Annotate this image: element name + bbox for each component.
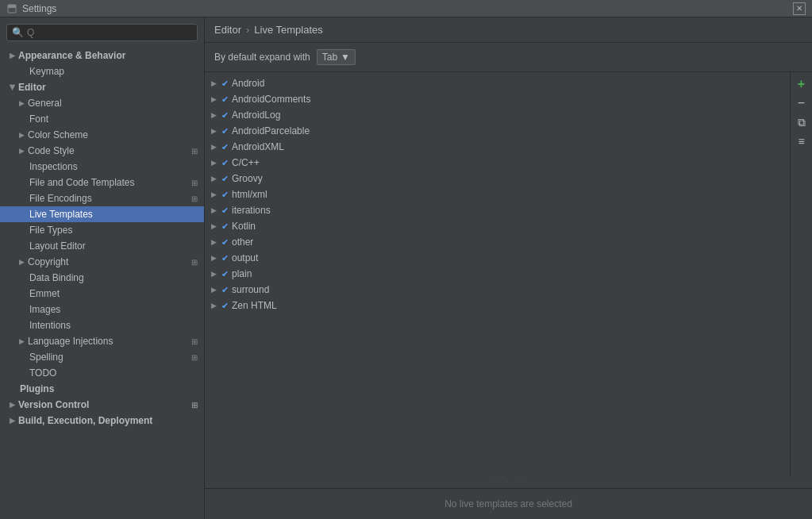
- sidebar-item-copyright[interactable]: ▶Copyright⊞: [0, 254, 204, 270]
- template-group-iterations[interactable]: ▶ ✔ iterations: [205, 202, 790, 218]
- arrow-icon: ▶: [19, 337, 25, 345]
- triangle-icon: ▶: [211, 79, 217, 87]
- sidebar-item-keymap[interactable]: Keymap: [0, 63, 204, 79]
- copy-icon: ⊞: [191, 147, 198, 156]
- check-icon: ✔: [221, 94, 229, 105]
- copy-icon: ⊞: [191, 258, 198, 267]
- close-button[interactable]: ✕: [793, 2, 806, 15]
- sidebar-item-code-style[interactable]: ▶Code Style⊞: [0, 143, 204, 159]
- sidebar-item-todo[interactable]: TODO: [0, 365, 204, 381]
- sidebar-item-data-binding[interactable]: Data Binding: [0, 270, 204, 286]
- expand-value: Tab: [322, 52, 337, 63]
- template-group-android-parcelable[interactable]: ▶ ✔ AndroidParcelable: [205, 123, 790, 139]
- breadcrumb: Editor › Live Templates: [205, 17, 812, 43]
- sidebar-item-language-injections[interactable]: ▶Language Injections⊞: [0, 333, 204, 349]
- sidebar-item-label: File Types: [29, 225, 72, 236]
- search-box[interactable]: 🔍: [6, 24, 198, 41]
- expand-row: By default expand with Tab ▼: [205, 43, 812, 72]
- template-group-android-xml[interactable]: ▶ ✔ AndroidXML: [205, 139, 790, 155]
- arrow-icon: ▶: [10, 52, 15, 60]
- template-group-android-log[interactable]: ▶ ✔ AndroidLog: [205, 107, 790, 123]
- expand-dropdown-arrow: ▼: [341, 52, 350, 63]
- expand-dropdown[interactable]: Tab ▼: [317, 49, 356, 65]
- copy-icon: ⊞: [191, 401, 198, 409]
- copy-icon: ⊞: [191, 353, 198, 362]
- sidebar-items-container: ▶Appearance & BehaviorKeymap▶Editor▶Gene…: [0, 48, 204, 429]
- sidebar-item-color-scheme[interactable]: ▶Color Scheme: [0, 127, 204, 143]
- template-group-label: surround: [232, 284, 269, 295]
- sidebar-item-version-control[interactable]: ▶Version Control⊞: [0, 397, 204, 413]
- sidebar-item-emmet[interactable]: Emmet: [0, 286, 204, 302]
- triangle-icon: ▶: [211, 254, 217, 262]
- template-group-cpp[interactable]: ▶ ✔ C/C++: [205, 155, 790, 171]
- check-icon: ✔: [221, 253, 229, 263]
- move-template-button[interactable]: ≡: [793, 133, 810, 150]
- sidebar-item-label: File and Code Templates: [29, 177, 135, 188]
- breadcrumb-parent: Editor: [214, 24, 241, 36]
- check-icon: ✔: [221, 142, 229, 152]
- check-icon: ✔: [221, 190, 229, 200]
- template-group-android-comments[interactable]: ▶ ✔ AndroidComments: [205, 91, 790, 107]
- template-list: ▶ ✔ Android ▶ ✔ AndroidComments ▶ ✔ Andr…: [205, 72, 790, 476]
- arrow-icon: ▶: [19, 258, 25, 266]
- template-group-plain[interactable]: ▶ ✔ plain: [205, 266, 790, 282]
- sidebar-item-editor[interactable]: ▶Editor: [0, 79, 204, 95]
- sidebar-item-file-types[interactable]: File Types: [0, 222, 204, 238]
- arrow-icon: ▶: [9, 85, 17, 90]
- sidebar-item-live-templates[interactable]: Live Templates: [0, 206, 204, 222]
- template-group-label: Groovy: [232, 173, 263, 184]
- sidebar-item-label: Spelling: [29, 352, 63, 363]
- sidebar-item-layout-editor[interactable]: Layout Editor: [0, 238, 204, 254]
- sidebar-item-label: Intentions: [29, 320, 71, 331]
- template-group-kotlin[interactable]: ▶ ✔ Kotlin: [205, 218, 790, 234]
- sidebar-item-file-code-templates[interactable]: File and Code Templates⊞: [0, 175, 204, 190]
- search-input[interactable]: [27, 27, 192, 38]
- template-group-android[interactable]: ▶ ✔ Android: [205, 75, 790, 91]
- sidebar-item-build-execution[interactable]: ▶Build, Execution, Deployment: [0, 413, 204, 429]
- sidebar-item-plugins[interactable]: Plugins: [0, 381, 204, 397]
- check-icon: ✔: [221, 221, 229, 232]
- check-icon: ✔: [221, 285, 229, 295]
- check-icon: ✔: [221, 110, 229, 121]
- arrow-icon: ▶: [19, 131, 25, 139]
- arrow-icon: ▶: [19, 99, 25, 107]
- triangle-icon: ▶: [211, 302, 217, 309]
- template-group-zen-html[interactable]: ▶ ✔ Zen HTML: [205, 298, 790, 313]
- sidebar-item-inspections[interactable]: Inspections: [0, 159, 204, 175]
- check-icon: ✔: [221, 79, 229, 89]
- copy-template-button[interactable]: ⧉: [793, 113, 810, 131]
- sidebar-item-appearance[interactable]: ▶Appearance & Behavior: [0, 48, 204, 63]
- template-group-label: output: [232, 252, 258, 263]
- template-area: ▶ ✔ Android ▶ ✔ AndroidComments ▶ ✔ Andr…: [205, 72, 812, 476]
- check-icon: ✔: [221, 174, 229, 184]
- sidebar-item-file-encodings[interactable]: File Encodings⊞: [0, 190, 204, 206]
- template-group-html-xml[interactable]: ▶ ✔ html/xml: [205, 186, 790, 202]
- content-panel: Editor › Live Templates By default expan…: [205, 17, 812, 519]
- add-template-button[interactable]: +: [793, 75, 810, 93]
- triangle-icon: ▶: [211, 270, 217, 278]
- template-group-output[interactable]: ▶ ✔ output: [205, 250, 790, 266]
- triangle-icon: ▶: [211, 286, 217, 294]
- copy-icon: ⊞: [191, 194, 198, 203]
- breadcrumb-separator: ›: [246, 24, 249, 36]
- template-group-label: html/xml: [232, 189, 267, 200]
- template-group-label: Kotlin: [232, 221, 256, 232]
- sidebar-item-label: Color Scheme: [28, 129, 88, 140]
- sidebar-item-label: General: [28, 98, 62, 109]
- sidebar-item-label: TODO: [29, 367, 56, 379]
- template-group-label: Zen HTML: [232, 300, 277, 311]
- sidebar-item-general[interactable]: ▶General: [0, 95, 204, 111]
- sidebar-item-font[interactable]: Font: [0, 111, 204, 127]
- template-group-groovy[interactable]: ▶ ✔ Groovy: [205, 171, 790, 186]
- breadcrumb-current: Live Templates: [254, 24, 322, 36]
- sidebar-item-intentions[interactable]: Intentions: [0, 317, 204, 333]
- sidebar-item-spelling[interactable]: Spelling⊞: [0, 349, 204, 365]
- arrow-icon: ▶: [19, 147, 25, 155]
- triangle-icon: ▶: [211, 222, 217, 230]
- remove-template-button[interactable]: −: [793, 94, 810, 112]
- triangle-icon: ▶: [211, 206, 217, 214]
- template-group-other[interactable]: ▶ ✔ other: [205, 234, 790, 250]
- template-group-label: iterations: [232, 205, 271, 216]
- sidebar-item-images[interactable]: Images: [0, 302, 204, 317]
- template-group-surround[interactable]: ▶ ✔ surround: [205, 282, 790, 298]
